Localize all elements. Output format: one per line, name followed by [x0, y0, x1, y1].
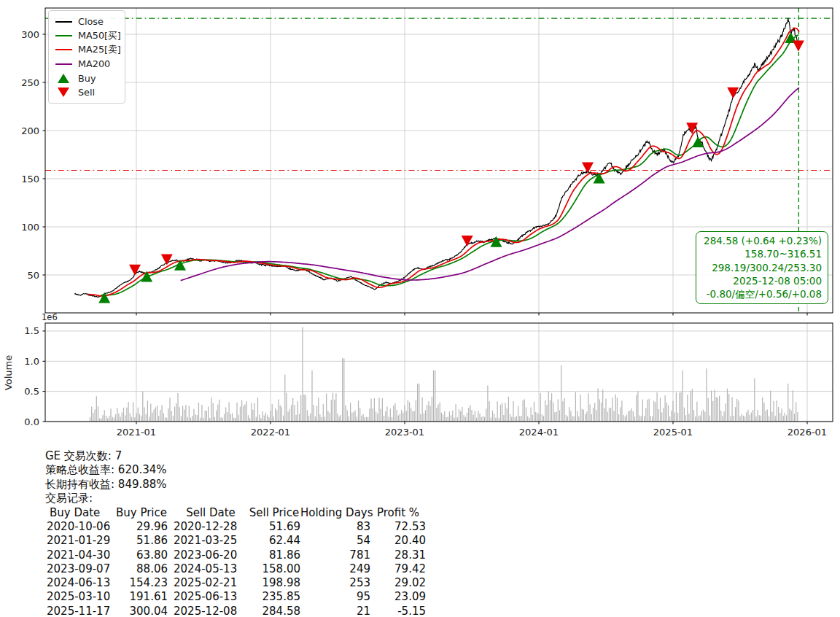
- legend-line-swatch: [55, 49, 72, 50]
- volume-y-tick-label: 1.0: [24, 356, 39, 367]
- trade-cell: 2021-01-29: [45, 534, 115, 548]
- trade-cell: 191.61: [115, 590, 168, 604]
- trade-cell: 2024-06-13: [45, 576, 115, 590]
- y-tick-label: 150: [21, 174, 39, 185]
- trade-cell: 300.04: [115, 605, 168, 617]
- tick-marks: [43, 34, 808, 424]
- trade-cell: 2021-04-30: [45, 548, 115, 562]
- trade-cell: 2025-11-17: [45, 605, 115, 617]
- trade-cell: 198.98: [248, 576, 300, 590]
- trade-cell: -5.15: [370, 605, 426, 617]
- legend-line-swatch: [55, 21, 72, 23]
- trade-cell: 781: [300, 548, 370, 562]
- grid: [45, 8, 833, 422]
- sell-marker: [793, 40, 804, 51]
- trade-cell: 51.86: [115, 534, 168, 548]
- trade-cell: 54: [300, 534, 370, 548]
- price-volume-chart: 2021-012022-012023-012024-012025-012026-…: [0, 0, 840, 446]
- legend-line-swatch: [55, 35, 72, 36]
- legend-label: Sell: [78, 87, 95, 98]
- trade-count-label: GE 交易次数:: [45, 449, 112, 462]
- trade-cell: 2021-03-25: [168, 534, 248, 548]
- ma25-line: [88, 28, 799, 297]
- trade-cell: 2023-09-07: [45, 562, 115, 576]
- trade-cell: 29.02: [370, 576, 426, 590]
- figure-canvas: { "summary": { "trade_count_label": "GE …: [0, 0, 840, 617]
- trade-row: 2024-06-13154.232025-02-21198.9825329.02: [45, 576, 426, 590]
- hold-return-label: 长期持有收益:: [45, 478, 114, 491]
- trade-cell: 51.69: [248, 520, 300, 534]
- buy-marker: [98, 292, 110, 303]
- legend-item: MA50[买]: [55, 28, 119, 42]
- trade-cell: 154.23: [115, 576, 168, 590]
- ma50-line: [101, 35, 798, 295]
- sell-marker: [462, 236, 473, 247]
- volume-y-tick-label: 1.5: [24, 325, 39, 336]
- trade-count-line: GE 交易次数: 7: [45, 449, 426, 463]
- records-label: 交易记录:: [45, 492, 93, 505]
- x-tick-label: 2026-01: [788, 427, 827, 438]
- info-line-date: 2025-12-08 05:00: [704, 274, 822, 287]
- trade-header-cell: Profit %: [370, 506, 426, 520]
- legend-line-swatch: [55, 63, 72, 65]
- last-bar-info-box: 284.58 (+0.64 +0.23%) 158.70~316.51 298.…: [696, 231, 828, 304]
- trade-cell: 2020-12-28: [168, 520, 248, 534]
- legend-label: MA25[卖]: [78, 44, 121, 56]
- trade-row: 2020-10-0629.962020-12-2851.698372.53: [45, 520, 426, 534]
- trade-cell: 2025-06-13: [168, 590, 248, 604]
- trade-cell: 21: [300, 605, 370, 617]
- trade-cell: 2025-02-21: [168, 576, 248, 590]
- trade-row: 2023-09-0788.062024-05-13158.0024979.42: [45, 562, 426, 576]
- trade-cell: 63.80: [115, 548, 168, 562]
- trade-row: 2021-04-3063.802023-06-2081.8678128.31: [45, 548, 426, 562]
- legend-item: MA25[卖]: [55, 43, 119, 57]
- y-tick-label: 250: [21, 77, 39, 88]
- trade-cell: 20.40: [370, 534, 426, 548]
- close-line: [74, 18, 798, 297]
- records-label-line: 交易记录:: [45, 492, 426, 505]
- legend-label: MA200: [78, 58, 110, 69]
- trade-cell: 235.85: [248, 590, 300, 604]
- x-tick-label: 2023-01: [385, 427, 424, 438]
- trade-cell: 2025-12-08: [168, 605, 248, 617]
- strategy-return-line: 策略总收益率: 620.34%: [45, 463, 426, 477]
- x-tick-label: 2024-01: [519, 427, 559, 438]
- legend-label: Buy: [78, 73, 96, 84]
- info-line-range: 158.70~316.51: [704, 247, 822, 260]
- volume-y-tick-label: 0.5: [24, 386, 39, 397]
- trade-cell: 249: [300, 562, 370, 576]
- legend-item: Close: [55, 15, 119, 28]
- info-line-mas: 298.19/300.24/253.30: [704, 261, 822, 274]
- x-tick-label: 2021-01: [117, 427, 156, 438]
- trade-row: 2021-01-2951.862021-03-2562.445420.40: [45, 534, 426, 548]
- y-tick-label: 300: [21, 29, 39, 40]
- y-tick-label: 100: [21, 222, 39, 233]
- trade-header-cell: Holding Days: [300, 506, 370, 520]
- volume-axis-label: Volume: [3, 355, 14, 390]
- legend: CloseMA50[买]MA25[卖]MA200BuySell: [48, 10, 125, 104]
- y-tick-label: 200: [21, 125, 39, 136]
- strategy-return-label: 策略总收益率:: [45, 463, 114, 476]
- trade-header-cell: Sell Price: [248, 506, 300, 520]
- trade-cell: 72.53: [370, 520, 426, 534]
- trade-cell: 88.06: [115, 562, 168, 576]
- y-tick-label: 50: [27, 270, 39, 281]
- trade-cell: 79.42: [370, 562, 426, 576]
- trade-row: 2025-03-10191.612025-06-13235.859523.09: [45, 590, 426, 604]
- trade-cell: 253: [300, 576, 370, 590]
- x-tick-label: 2025-01: [653, 427, 693, 438]
- trade-cell: 81.86: [248, 548, 300, 562]
- hold-return-value: 849.88%: [118, 478, 167, 491]
- trade-cell: 2025-03-10: [45, 590, 115, 604]
- trade-header-cell: Sell Date: [168, 506, 248, 520]
- hold-return-line: 长期持有收益: 849.88%: [45, 478, 426, 492]
- volume-bars: [90, 327, 798, 422]
- strategy-return-value: 620.34%: [118, 463, 167, 476]
- volume-multiplier-label: 1e6: [42, 312, 58, 322]
- trade-cell: 23.09: [370, 590, 426, 604]
- legend-item: Buy: [55, 71, 119, 85]
- trade-cell: 2020-10-06: [45, 520, 115, 534]
- trade-cell: 2023-06-20: [168, 548, 248, 562]
- trade-cell: 284.58: [248, 605, 300, 617]
- trade-table: Buy DateBuy PriceSell DateSell PriceHold…: [45, 506, 426, 617]
